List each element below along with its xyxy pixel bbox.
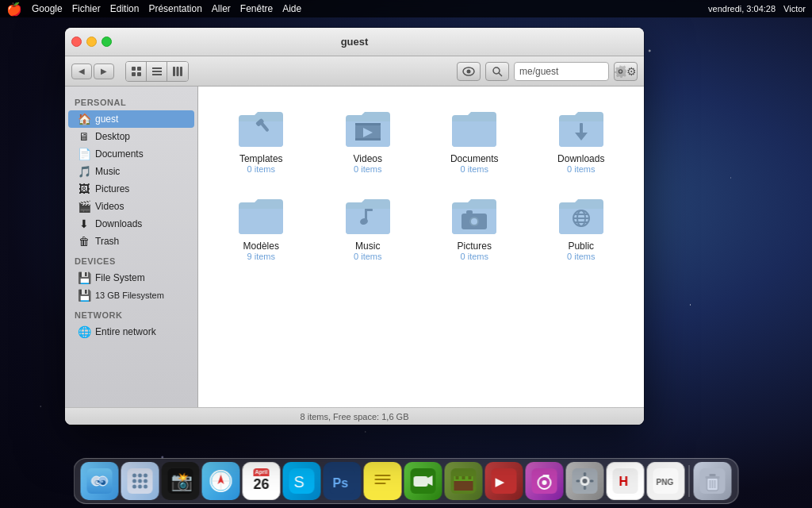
folder-documents[interactable]: Documents 0 items <box>424 99 525 180</box>
public-name: Public <box>568 241 594 252</box>
finder-window: guest ◀ ▶ <box>65 28 644 425</box>
sidebar-item-guest[interactable]: 🏠 guest <box>68 110 194 128</box>
svg-rect-20 <box>580 123 583 134</box>
folder-videos[interactable]: Videos 0 items <box>318 99 419 180</box>
svg-rect-4 <box>152 67 162 69</box>
minimize-button[interactable] <box>86 37 97 47</box>
svg-rect-1 <box>137 67 141 71</box>
folder-templates-icon <box>236 106 286 150</box>
menu-aide[interactable]: Aide <box>282 3 301 14</box>
svg-rect-72 <box>469 476 472 479</box>
menu-fenetre[interactable]: Fenêtre <box>240 3 273 14</box>
svg-point-42 <box>144 474 147 478</box>
sidebar-item-filesystem13[interactable]: 💾 13 GB Filesystem <box>68 287 194 304</box>
dock-dvd[interactable]: ▶ <box>485 462 523 500</box>
folder-downloads-icon <box>556 106 607 150</box>
dock-stickies[interactable] <box>364 462 402 500</box>
sidebar-label-documents: Documents <box>95 148 144 160</box>
traffic-lights <box>71 37 112 47</box>
dock-launchpad[interactable] <box>121 462 159 500</box>
svg-rect-70 <box>456 476 459 479</box>
sidebar-item-downloads[interactable]: ⬇ Downloads <box>68 215 194 233</box>
list-view-button[interactable] <box>147 62 167 81</box>
sidebar-item-videos[interactable]: 🎬 Videos <box>68 198 194 215</box>
dock-photos[interactable]: 📸 <box>162 462 200 500</box>
menu-aller[interactable]: Aller <box>212 3 231 14</box>
maximize-button[interactable] <box>102 37 112 47</box>
svg-point-41 <box>138 474 142 478</box>
videos-count: 0 items <box>354 164 381 174</box>
dock-calendar[interactable]: April 26 <box>243 462 281 500</box>
sidebar-item-filesystem[interactable]: 💾 File System <box>68 269 194 287</box>
icon-view-button[interactable] <box>126 62 147 81</box>
menu-edition[interactable]: Edition <box>110 3 140 14</box>
folder-public-icon <box>556 193 607 237</box>
dock-photoshop[interactable]: Ps <box>324 462 362 500</box>
svg-point-44 <box>138 479 142 483</box>
svg-rect-61 <box>375 475 391 476</box>
dock-hype[interactable]: H <box>607 462 645 500</box>
svg-rect-63 <box>375 483 386 484</box>
content-area: Templates 0 items Videos 0 it <box>198 87 644 407</box>
sidebar-label-desktop: Desktop <box>95 131 130 142</box>
dock-trash[interactable] <box>694 462 732 500</box>
svg-rect-6 <box>152 74 162 75</box>
sidebar-item-documents[interactable]: 📄 Documents <box>68 145 194 163</box>
svg-point-43 <box>132 479 136 483</box>
path-bar[interactable]: me/guest <box>514 62 609 81</box>
filesystem-icon: 💾 <box>78 271 90 284</box>
sidebar-item-pictures[interactable]: 🖼 Pictures <box>68 180 194 198</box>
column-view-button[interactable] <box>167 62 188 81</box>
view-buttons <box>125 61 189 82</box>
downloads-count: 0 items <box>567 164 595 174</box>
folder-pictures-icon <box>449 193 500 237</box>
dock-minecraft[interactable] <box>445 462 483 500</box>
apple-menu[interactable]: 🍎 <box>6 2 22 17</box>
trash-icon: 🗑 <box>78 235 90 248</box>
dock-finder[interactable]: ◔ ◕ <box>81 462 119 500</box>
svg-rect-65 <box>414 476 428 487</box>
folder-pictures[interactable]: Pictures 0 items <box>424 187 525 267</box>
svg-rect-84 <box>584 486 586 490</box>
folder-music[interactable]: Music 0 items <box>318 187 419 267</box>
svg-point-11 <box>467 69 471 73</box>
dock-skype[interactable]: S <box>283 462 321 500</box>
dock-facetime[interactable] <box>404 462 442 500</box>
dock-safari[interactable] <box>202 462 240 500</box>
forward-button[interactable]: ▶ <box>94 64 114 79</box>
menu-google[interactable]: Google <box>32 3 63 14</box>
menubar: 🍎 Google Fichier Edition Présentation Al… <box>0 0 812 17</box>
folder-public[interactable]: Public 0 items <box>531 187 632 267</box>
sidebar-label-filesystem: File System <box>95 272 145 283</box>
search-button[interactable] <box>485 62 509 81</box>
svg-point-77 <box>542 480 547 485</box>
sidebar-label-music: Music <box>95 166 120 177</box>
main-area: Personal 🏠 guest 🖥 Desktop 📄 Documents 🎵… <box>65 87 644 407</box>
dock-png[interactable]: PNG <box>647 462 685 500</box>
menu-presentation[interactable]: Présentation <box>148 3 201 14</box>
svg-rect-19 <box>355 138 381 140</box>
folder-templates[interactable]: Templates 0 items <box>211 99 312 180</box>
folder-modeles[interactable]: Modèles 9 items <box>211 187 312 267</box>
sidebar-item-entire-network[interactable]: 🌐 Entire network <box>68 323 194 341</box>
svg-rect-5 <box>152 71 162 72</box>
sidebar-label-pictures: Pictures <box>95 183 129 194</box>
sidebar-item-desktop[interactable]: 🖥 Desktop <box>68 128 194 145</box>
window-title: guest <box>341 36 369 48</box>
dock-sysprefs[interactable] <box>566 462 604 500</box>
eye-button[interactable] <box>457 62 481 81</box>
sidebar-label-entire-network: Entire network <box>95 326 156 337</box>
svg-text:PNG: PNG <box>657 478 674 487</box>
modeles-count: 9 items <box>247 252 275 261</box>
sidebar-item-music[interactable]: 🎵 Music <box>68 163 194 180</box>
sidebar-item-trash[interactable]: 🗑 Trash <box>68 233 194 250</box>
menu-fichier[interactable]: Fichier <box>72 3 101 14</box>
back-button[interactable]: ◀ <box>71 64 92 79</box>
close-button[interactable] <box>71 37 82 47</box>
dock-itunes[interactable] <box>526 462 564 500</box>
folder-downloads[interactable]: Downloads 0 items <box>531 99 632 180</box>
gear-button[interactable]: ⚙ <box>614 62 638 81</box>
status-text: 8 items, Free space: 1,6 GB <box>301 412 409 421</box>
toolbar: ◀ ▶ <box>65 56 644 87</box>
sidebar-label-guest: guest <box>95 114 118 125</box>
